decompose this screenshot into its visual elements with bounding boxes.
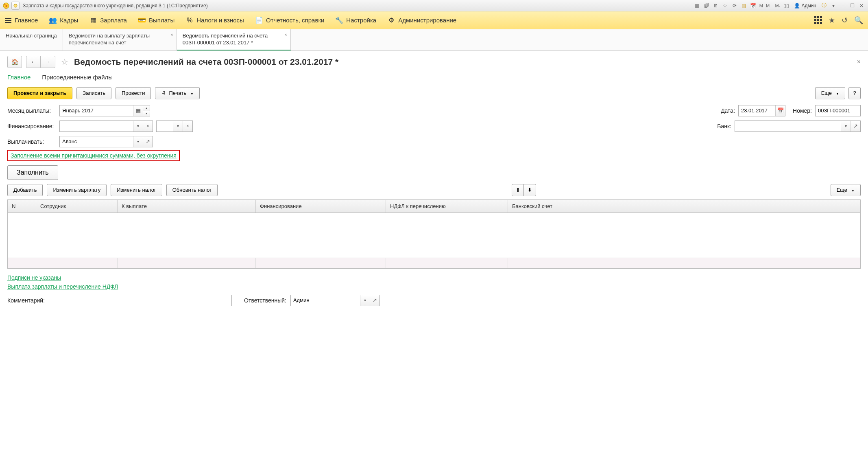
table-more-button[interactable]: Еще — [831, 184, 861, 196]
responsible-input[interactable] — [291, 295, 360, 306]
m-button[interactable]: M — [759, 2, 764, 10]
spinner-up[interactable]: ▲ — [143, 105, 150, 111]
open-button[interactable]: ↗ — [851, 121, 860, 131]
clear-button[interactable]: × — [183, 121, 192, 131]
tab-vedomosti[interactable]: Ведомости на выплату зарплаты перечислен… — [63, 29, 177, 50]
subnav-files[interactable]: Присоединенные файлы — [42, 72, 113, 82]
open-button[interactable]: ↗ — [143, 136, 153, 147]
menu-kadry[interactable]: 👥 Кадры — [49, 17, 78, 24]
update-tax-button[interactable]: Обновить налог — [166, 184, 218, 196]
add-button[interactable]: Добавить — [7, 184, 43, 196]
menu-main[interactable]: Главное — [5, 17, 38, 24]
history-icon[interactable]: ↺ — [842, 16, 848, 25]
minimize-icon[interactable]: — — [839, 2, 847, 10]
bank-input-wrap: ▾ ↗ — [735, 120, 861, 132]
post-close-button[interactable]: Провести и закрыть — [7, 87, 72, 99]
menu-nastr[interactable]: 🔧 Настройка — [336, 17, 376, 24]
favorite-star-icon[interactable]: ☆ — [61, 57, 68, 67]
comment-input[interactable] — [49, 295, 232, 306]
tb-action-icon[interactable]: ⟳ — [731, 2, 739, 10]
tab-close-icon[interactable]: × — [284, 32, 287, 37]
titlebar-right: ▦ 🗐 🗎 ☆ ⟳ ▤ 📅 M M+ M- ▯▯ 👤 Админ ⓘ ▾ — ❐… — [693, 2, 866, 10]
col-n[interactable]: N — [8, 200, 36, 212]
m-minus-button[interactable]: M- — [774, 2, 781, 10]
dropdown-button[interactable]: ▾ — [841, 121, 851, 131]
star-icon[interactable]: ★ — [829, 16, 835, 25]
page-close-icon[interactable]: × — [857, 58, 861, 66]
grid-body[interactable] — [8, 213, 860, 258]
fin-input[interactable] — [60, 121, 133, 131]
user-icon: 👤 — [794, 3, 800, 9]
info-icon[interactable]: ⓘ — [820, 2, 828, 10]
page-content: 🏠 ← → ☆ Ведомость перечислений на счета … — [0, 51, 868, 311]
dropdown-button[interactable]: ▾ — [133, 121, 143, 131]
write-button[interactable]: Записать — [76, 87, 111, 99]
home-button[interactable]: 🏠 — [7, 56, 22, 68]
open-button[interactable]: ↗ — [370, 295, 379, 306]
month-label: Месяц выплаты: — [7, 107, 56, 114]
date-input[interactable] — [739, 105, 775, 116]
footer-cell — [256, 258, 386, 268]
tb-action-icon[interactable]: 🗎 — [712, 2, 720, 10]
calendar-icon[interactable]: 📅 — [775, 105, 785, 116]
fill-settings-link[interactable]: Заполнение всеми причитающимися суммами,… — [11, 152, 177, 159]
dropdown-caret[interactable]: ▾ — [829, 2, 837, 10]
month-input[interactable] — [60, 105, 133, 116]
edit-tax-button[interactable]: Изменить налог — [111, 184, 162, 196]
menu-vyplaty[interactable]: 💳 Выплаты — [138, 17, 174, 24]
move-down-button[interactable]: ⬇ — [524, 184, 536, 196]
menu-zarplata[interactable]: ▦ Зарплата — [89, 17, 127, 24]
print-button[interactable]: 🖨 Печать — [155, 87, 200, 99]
people-icon: 👥 — [49, 17, 57, 24]
maximize-icon[interactable]: ❐ — [848, 2, 856, 10]
back-button[interactable]: ← — [26, 56, 41, 68]
footer-cell — [36, 258, 118, 268]
help-button[interactable]: ? — [848, 87, 861, 99]
clear-button[interactable]: × — [143, 121, 153, 131]
m-plus-button[interactable]: M+ — [765, 2, 773, 10]
forward-button[interactable]: → — [41, 56, 55, 68]
panel-icon[interactable]: ▯▯ — [782, 2, 790, 10]
tab-document[interactable]: Ведомость перечислений на счета 00ЗП-000… — [177, 29, 291, 50]
calculator-icon[interactable]: ▤ — [740, 2, 748, 10]
favorite-icon[interactable]: ☆ — [721, 2, 729, 10]
menu-otchet[interactable]: 📄 Отчетность, справки — [255, 17, 324, 24]
post-button[interactable]: Провести — [116, 87, 151, 99]
col-ndfl[interactable]: НДФЛ к перечислению — [386, 200, 508, 212]
close-icon[interactable]: ✕ — [857, 2, 866, 10]
col-financing[interactable]: Финансирование — [256, 200, 386, 212]
calendar-icon[interactable]: 📅 — [749, 2, 757, 10]
move-up-button[interactable]: ⬆ — [512, 184, 524, 196]
subnav-main[interactable]: Главное — [7, 72, 31, 82]
dropdown-button[interactable]: ▾ — [173, 121, 183, 131]
col-bank[interactable]: Банковский счет — [508, 200, 860, 212]
search-icon[interactable]: 🔍 — [854, 16, 863, 25]
pay-input[interactable] — [60, 136, 133, 147]
more-button[interactable]: Еще — [815, 87, 845, 99]
fill-button[interactable]: Заполнить — [7, 165, 58, 180]
spinner-down[interactable]: ▼ — [143, 111, 150, 116]
col-payout[interactable]: К выплате — [118, 200, 256, 212]
dropdown-button[interactable]: ▾ — [360, 295, 370, 306]
calendar-picker-icon[interactable]: ▦ — [133, 105, 143, 116]
menu-admin[interactable]: ⚙ Администрирование — [388, 17, 456, 24]
bank-input[interactable] — [735, 121, 841, 131]
edit-salary-button[interactable]: Изменить зарплату — [47, 184, 107, 196]
menu-label: Выплаты — [149, 17, 174, 24]
num-input[interactable] — [816, 105, 860, 116]
col-employee[interactable]: Сотрудник — [36, 200, 118, 212]
signatures-link[interactable]: Подписи не указаны — [7, 274, 861, 281]
apps-icon[interactable] — [814, 16, 822, 24]
menu-nalogi[interactable]: % Налоги и взносы — [186, 17, 244, 24]
dropdown-button[interactable]: ▾ — [133, 136, 143, 147]
tb-action-icon[interactable]: ▦ — [693, 2, 701, 10]
toolbar-right: Еще ? — [815, 87, 861, 99]
fin2-input[interactable] — [157, 121, 173, 131]
tab-home[interactable]: Начальная страница — [0, 29, 63, 50]
tab-close-icon[interactable]: × — [170, 32, 173, 37]
tb-action-icon[interactable]: 🗐 — [702, 2, 711, 10]
transfer-link[interactable]: Выплата зарплаты и перечисление НДФЛ — [7, 283, 861, 290]
grid-header: N Сотрудник К выплате Финансирование НДФ… — [8, 200, 860, 213]
titlebar-dropdown-button[interactable] — [11, 2, 20, 10]
user-chip[interactable]: 👤 Админ — [792, 3, 819, 9]
